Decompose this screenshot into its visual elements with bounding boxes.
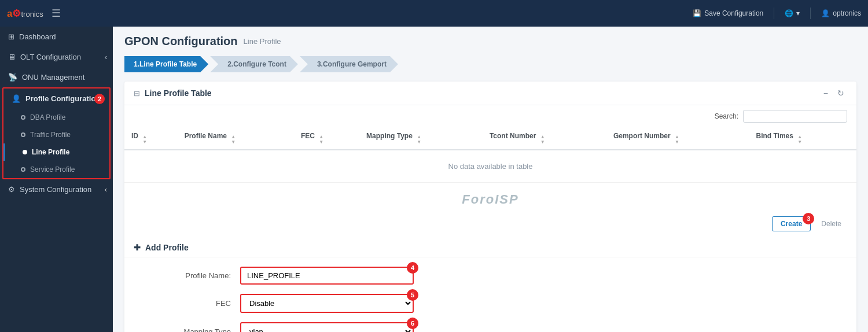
form-row-mapping: Mapping Type vlan gem priority 6 — [136, 322, 845, 332]
mapping-type-select[interactable]: vlan gem priority — [240, 322, 414, 332]
col-mapping-type[interactable]: Mapping Type ▲▼ — [359, 127, 483, 150]
username-label: optronics — [833, 9, 861, 17]
fec-select[interactable]: Disable Enable — [240, 294, 414, 313]
profile-config-section: 👤 Profile Configuration ‹ 2 DBA Profile … — [2, 87, 111, 179]
col-profile-name[interactable]: Profile Name ▲▼ — [178, 127, 294, 150]
menu-icon[interactable]: ☰ — [52, 7, 61, 20]
wizard-step-1[interactable]: 1.Line Profile Table — [124, 56, 208, 72]
olt-icon: 🖥 — [8, 53, 16, 61]
navbar-left: a⚙tronics ☰ — [7, 7, 61, 20]
add-profile-section: ✚ Add Profile Profile Name: 4 FEC — [124, 236, 856, 332]
system-icon: ⚙ — [8, 185, 15, 194]
sidebar-item-system-config[interactable]: ⚙ System Configuration ‹ — [0, 179, 113, 200]
search-label: Search: — [715, 112, 738, 120]
globe-icon: 🌐 — [785, 9, 793, 17]
card-actions: − ↻ — [821, 87, 847, 99]
form-row-profile-name: Profile Name: 4 — [136, 267, 845, 285]
sidebar-label-dashboard: Dashboard — [19, 32, 56, 41]
sidebar-label-service: Service Profile — [30, 165, 75, 174]
onu-icon: 📡 — [8, 73, 17, 82]
wizard-step-3-label: 3.Configure Gemport — [317, 60, 387, 68]
logo: a⚙tronics — [7, 8, 43, 20]
sidebar-item-profile-config[interactable]: 👤 Profile Configuration ‹ 2 — [3, 88, 109, 109]
main-content: GPON Configuration Line Profile 1.Line P… — [113, 27, 868, 332]
profile-icon: 👤 — [12, 94, 21, 103]
wizard-step-3[interactable]: 3.Configure Gemport — [300, 56, 398, 72]
profile-name-label: Profile Name: — [136, 271, 240, 280]
card-title-row: ⊟ Line Profile Table — [134, 88, 212, 98]
form-row-fec: FEC Disable Enable 5 — [136, 294, 845, 313]
table-wrap: ID ▲▼ Profile Name ▲▼ FEC ▲▼ — [124, 127, 856, 187]
table-icon: ⊟ — [134, 89, 140, 98]
action-row: Create 3 Delete — [124, 212, 856, 236]
sidebar-label-onu: ONU Management — [22, 73, 84, 82]
add-profile-body: Profile Name: 4 FEC Disable Enable — [124, 257, 856, 332]
profile-name-input[interactable] — [240, 267, 414, 285]
save-config-label: Save Configuration — [704, 9, 763, 17]
watermark: ForoISP — [124, 187, 856, 212]
profile-name-wrap: 4 — [240, 267, 414, 285]
search-row: Search: — [124, 105, 856, 127]
sort-mapping: ▲▼ — [417, 134, 421, 145]
search-input[interactable] — [743, 110, 847, 123]
fec-label: FEC — [136, 299, 240, 308]
user-btn[interactable]: 👤 optronics — [821, 9, 861, 17]
user-icon: 👤 — [821, 9, 830, 17]
minimize-btn[interactable]: − — [821, 87, 831, 99]
dashboard-icon: ⊞ — [8, 32, 14, 41]
delete-button[interactable]: Delete — [815, 217, 847, 231]
sort-gemport: ▲▼ — [675, 134, 679, 145]
sidebar-item-onu-management[interactable]: 📡 ONU Management — [0, 67, 113, 87]
language-btn[interactable]: 🌐 ▾ — [785, 9, 800, 17]
sidebar: ⊞ Dashboard 🖥 OLT Configuration ‹ 📡 ONU … — [0, 27, 113, 332]
service-circle-icon — [21, 167, 25, 172]
layout: ⊞ Dashboard 🖥 OLT Configuration ‹ 📡 ONU … — [0, 27, 868, 332]
wizard-step-2-label: 2.Configure Tcont — [227, 60, 286, 68]
line-circle-icon — [23, 150, 27, 154]
col-tcont[interactable]: Tcont Number ▲▼ — [483, 127, 606, 150]
wizard-step-2[interactable]: 2.Configure Tcont — [210, 56, 298, 72]
badge-3: 3 — [803, 213, 814, 224]
sidebar-item-dashboard[interactable]: ⊞ Dashboard — [0, 27, 113, 47]
col-bind-label: Bind Times — [756, 132, 793, 140]
sidebar-sub-traffic-profile[interactable]: Traffic Profile — [3, 126, 109, 143]
wizard-step-1-label: 1.Line Profile Table — [134, 60, 197, 68]
col-tcont-label: Tcont Number — [490, 132, 536, 140]
page-title: GPON Configuration — [124, 35, 238, 48]
save-config-btn[interactable]: 💾 Save Configuration — [693, 9, 763, 17]
page-subtitle: Line Profile — [244, 37, 281, 46]
card-header: ⊟ Line Profile Table − ↻ — [124, 82, 856, 105]
sidebar-label-olt: OLT Configuration — [20, 53, 81, 61]
col-id[interactable]: ID ▲▼ — [124, 127, 178, 150]
divider1 — [774, 8, 774, 19]
sidebar-sub-service-profile[interactable]: Service Profile — [3, 161, 109, 178]
sidebar-sub-dba-profile[interactable]: DBA Profile — [3, 109, 109, 126]
badge-6: 6 — [407, 318, 418, 329]
badge-5: 5 — [407, 289, 418, 301]
sidebar-item-olt-config[interactable]: 🖥 OLT Configuration ‹ — [0, 47, 113, 67]
create-btn-wrap: Create 3 — [772, 216, 811, 231]
col-fec-label: FEC — [301, 132, 315, 140]
col-bind-times[interactable]: Bind Times ▲▼ — [749, 127, 857, 150]
sidebar-sub-line-profile[interactable]: Line Profile — [3, 143, 109, 161]
sort-profile: ▲▼ — [231, 134, 236, 145]
wizard-steps: 1.Line Profile Table 2.Configure Tcont 3… — [124, 56, 856, 72]
sidebar-label-traffic: Traffic Profile — [30, 131, 71, 139]
mapping-label: Mapping Type — [136, 327, 240, 332]
save-icon: 💾 — [693, 9, 701, 17]
badge-4: 4 — [407, 262, 418, 274]
navbar-right: 💾 Save Configuration 🌐 ▾ 👤 optronics — [693, 8, 861, 19]
table-title: Line Profile Table — [145, 88, 212, 98]
sort-tcont: ▲▼ — [540, 134, 545, 145]
col-gemport[interactable]: Gemport Number ▲▼ — [606, 127, 749, 150]
add-profile-title: Add Profile — [145, 243, 189, 252]
col-fec[interactable]: FEC ▲▼ — [294, 127, 359, 150]
add-profile-header: ✚ Add Profile — [124, 236, 856, 257]
sidebar-label-profile: Profile Configuration — [25, 94, 100, 103]
no-data-row: No data available in table — [124, 150, 856, 183]
col-id-label: ID — [131, 132, 138, 140]
navbar: a⚙tronics ☰ 💾 Save Configuration 🌐 ▾ 👤 o… — [0, 0, 868, 27]
table-header-row: ID ▲▼ Profile Name ▲▼ FEC ▲▼ — [124, 127, 856, 150]
refresh-btn[interactable]: ↻ — [834, 87, 847, 99]
col-profile-name-label: Profile Name — [185, 132, 227, 140]
